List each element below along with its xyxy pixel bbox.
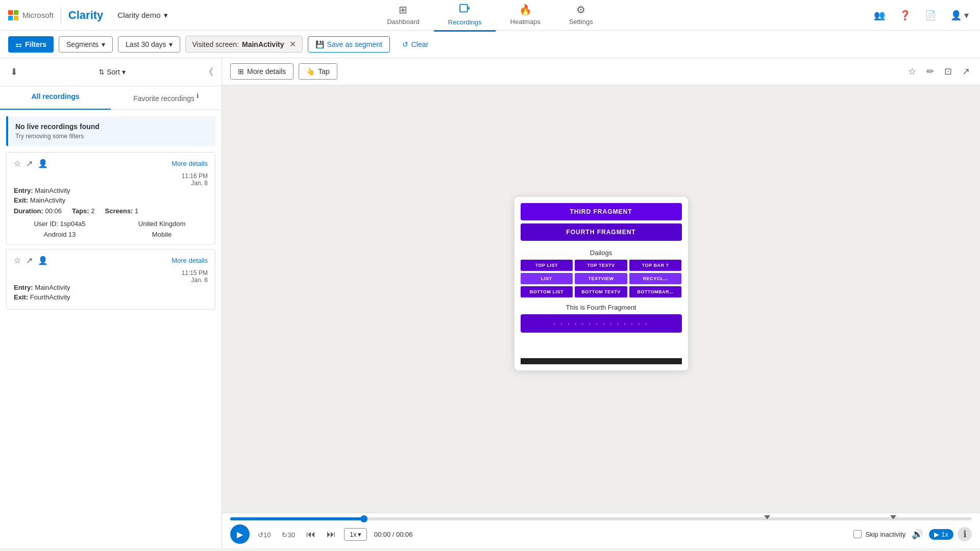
draw-toolbar-icon[interactable]: ✏ (924, 64, 936, 79)
nav-item-dashboard[interactable]: ⊞ Dashboard (373, 0, 434, 31)
time-display: 00:00 / 00:06 (374, 531, 413, 538)
user-icon-1[interactable]: 👤 (38, 159, 48, 168)
favorite-icon-1[interactable]: ☆ (14, 159, 21, 168)
recording-card-2[interactable]: ☆ ↗ 👤 More details 11:15 PM Jan. 8 Entry… (6, 249, 215, 310)
next-button[interactable]: ⏭ (324, 527, 339, 542)
svg-rect-0 (460, 5, 468, 12)
nav-item-settings[interactable]: ⚙ Settings (555, 0, 607, 31)
entry-label-1: Entry: (14, 187, 35, 194)
tab-all-recordings[interactable]: All recordings (0, 86, 111, 110)
save-segment-button[interactable]: 💾 Save as segment (308, 36, 390, 53)
recording-1-time: 11:16 PM (182, 172, 208, 180)
more-details-link-2[interactable]: More details (172, 257, 208, 264)
prev-button[interactable]: ⏮ (303, 527, 318, 542)
sort-button[interactable]: ⇅ Sort ▾ (94, 66, 130, 78)
playback-bar: ▶ ↺10 ↻30 ⏮ ⏭ 1x ▾ 00:00 / 00:06 Skip in… (222, 513, 980, 548)
left-panel: ⬇ ⇅ Sort ▾ 《 All recordings Favorite rec… (0, 58, 222, 548)
segments-label: Segments (66, 40, 99, 48)
tab-favorite-recordings[interactable]: Favorite recordings ℹ (111, 86, 222, 110)
recording-1-entry: Entry: MainActivity (14, 187, 208, 194)
clear-button[interactable]: ↺ Clear (395, 37, 435, 52)
device-1: Mobile (116, 231, 208, 238)
nav-label-dashboard: Dashboard (387, 18, 420, 26)
download-button[interactable]: ⬇ (8, 64, 20, 80)
dialog-btn-2[interactable]: TOP BAR ? (629, 260, 682, 271)
collapse-button[interactable]: 《 (204, 66, 213, 78)
dialog-btn-1[interactable]: TOP TEXTV (575, 260, 627, 271)
skip-inactivity-label: Skip inactivity (866, 531, 906, 538)
dialog-btn-4[interactable]: TEXTVIEW (575, 273, 627, 284)
recording-1-date: Jan. 8 (191, 180, 208, 187)
filters-button[interactable]: ⚏ Filters (8, 36, 54, 53)
play-button[interactable]: ▶ (230, 524, 250, 544)
save-segment-label: Save as segment (327, 40, 382, 48)
star-toolbar-icon[interactable]: ☆ (906, 64, 918, 79)
entry-value-1: MainActivity (35, 187, 70, 194)
segments-button[interactable]: Segments ▾ (59, 36, 113, 53)
user-icon-2[interactable]: 👤 (38, 256, 48, 265)
dialog-btn-3[interactable]: LIST (521, 273, 573, 284)
visited-screen-label: Visited screen: (192, 40, 239, 48)
forward-30-button[interactable]: ↻30 (279, 527, 298, 542)
speed-indicator-value: 1x (941, 531, 948, 538)
settings-icon: ⚙ (576, 4, 585, 16)
share-toolbar-icon[interactable]: ↗ (960, 64, 972, 79)
no-recordings-banner: No live recordings found Try removing so… (6, 116, 215, 146)
ms-logo-squares (8, 10, 18, 20)
forward-30-icon: ↻30 (282, 531, 295, 539)
timeline-marker-1 (764, 515, 770, 519)
account-icon[interactable]: 👤 ▾ (947, 7, 972, 24)
recording-1-details: User ID: 1sp04a5 United Kingdom Android … (14, 220, 208, 238)
third-fragment-btn[interactable]: THIRD FRAGMENT (521, 203, 682, 220)
project-selector[interactable]: Clarity demo ▾ (113, 9, 172, 22)
clear-label: Clear (411, 40, 428, 48)
timeline-track[interactable] (230, 517, 972, 520)
recording-card-2-header: ☆ ↗ 👤 More details (14, 256, 208, 265)
dialog-btn-7[interactable]: BOTTOM TEXTV (575, 286, 627, 297)
skip-inactivity-checkbox[interactable] (853, 530, 862, 538)
users-icon[interactable]: 👥 (871, 7, 888, 24)
timeline-progress (230, 517, 364, 520)
dialog-btn-5[interactable]: RECYCL... (629, 273, 682, 284)
document-icon[interactable]: 📄 (922, 7, 939, 24)
heatmaps-icon: 🔥 (519, 4, 532, 16)
share-icon-1[interactable]: ↗ (26, 159, 33, 168)
info-button[interactable]: ℹ (958, 527, 972, 541)
fourth-fragment-btn[interactable]: FOURTH FRAGMENT (521, 223, 682, 241)
speed-button[interactable]: 1x ▾ (344, 528, 367, 541)
favorite-icon-2[interactable]: ☆ (14, 256, 21, 265)
fourth-fragment-label: This is Fourth Fragment (521, 304, 682, 311)
speed-indicator: ▶ 1x (929, 529, 953, 540)
entry-value-2: MainActivity (35, 284, 70, 291)
sort-icon: ⇅ (99, 68, 105, 76)
filter-bar: ⚏ Filters Segments ▾ Last 30 days ▾ Visi… (0, 31, 980, 58)
nav-item-recordings[interactable]: Recordings (434, 0, 496, 32)
timeline-marker-2 (890, 515, 896, 519)
dialog-btn-0[interactable]: TOP LIST (521, 260, 573, 271)
rewind-10-button[interactable]: ↺10 (255, 527, 274, 542)
visited-screen-value: MainActivity (242, 40, 284, 48)
favorite-info-icon[interactable]: ℹ (197, 92, 199, 99)
recording-card-1[interactable]: ☆ ↗ 👤 More details 11:16 PM Jan. 8 Entry… (6, 152, 215, 245)
entry-label-2: Entry: (14, 284, 35, 291)
recordings-icon (459, 3, 471, 16)
project-dropdown-icon: ▾ (164, 11, 168, 20)
more-details-link-1[interactable]: More details (172, 160, 208, 167)
date-button[interactable]: Last 30 days ▾ (118, 36, 180, 53)
help-icon[interactable]: ❓ (896, 7, 914, 24)
volume-button[interactable]: 🔊 (910, 527, 925, 542)
speed-value: 1x (350, 531, 357, 538)
dialog-btn-8[interactable]: BOTTOMBAR... (629, 286, 682, 297)
remove-filter-button[interactable]: ✕ (289, 39, 296, 49)
clear-icon: ↺ (402, 40, 408, 48)
edit-toolbar-icon[interactable]: ⊡ (942, 64, 954, 79)
more-details-button[interactable]: ⊞ More details (230, 63, 293, 80)
share-icon-2[interactable]: ↗ (26, 256, 33, 265)
nav-item-heatmaps[interactable]: 🔥 Heatmaps (496, 0, 555, 31)
dialog-btn-6[interactable]: BOTTOM LIST (521, 286, 573, 297)
recordings-list: No live recordings found Try removing so… (0, 110, 222, 548)
nav-center: ⊞ Dashboard Recordings 🔥 Heatmaps ⚙ Sett… (373, 0, 607, 32)
tap-button[interactable]: 👆 Tap (299, 63, 337, 80)
recording-card-2-actions: ☆ ↗ 👤 (14, 256, 48, 265)
timeline-thumb[interactable] (360, 515, 368, 522)
